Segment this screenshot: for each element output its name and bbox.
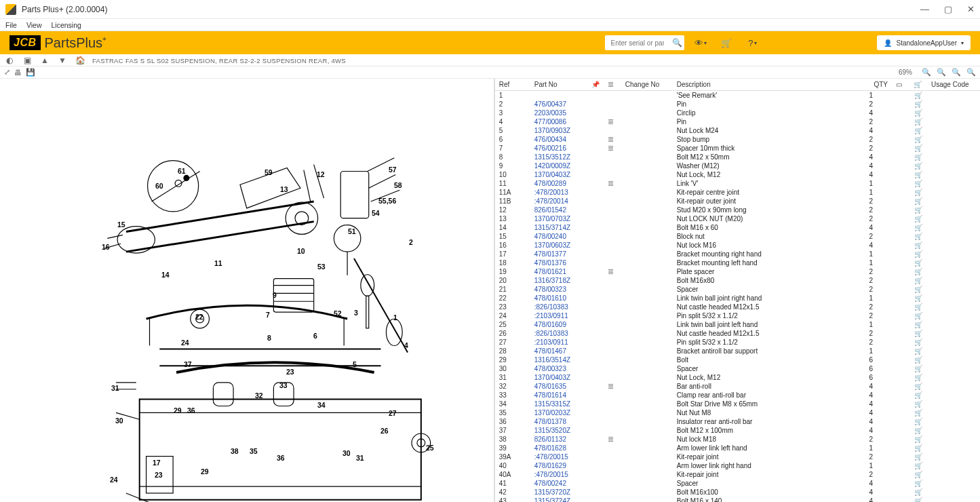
- table-row[interactable]: 30478/00323Spacer6🛒: [495, 364, 980, 373]
- callout-33[interactable]: 33: [279, 381, 288, 389]
- cell-part[interactable]: 478/01378: [530, 417, 604, 426]
- callout-52[interactable]: 52: [334, 309, 342, 317]
- table-row[interactable]: 15478/00240Block nut2🛒: [495, 232, 980, 241]
- callout-34[interactable]: 34: [317, 401, 326, 409]
- callout-5[interactable]: 5: [353, 360, 357, 368]
- add-to-cart-icon[interactable]: 🛒: [909, 347, 927, 355]
- add-to-cart-icon[interactable]: 🛒: [909, 382, 927, 391]
- table-row[interactable]: 23:826/10383Nut castle headed M12x1.52🛒: [495, 303, 980, 311]
- callout-15[interactable]: 15: [117, 220, 125, 229]
- table-row[interactable]: 101370/0403ZNut Lock, M124🛒: [495, 170, 980, 179]
- zoom-fit-icon[interactable]: 🔍: [952, 68, 961, 77]
- add-to-cart-icon[interactable]: 🛒: [909, 400, 927, 408]
- col-cart[interactable]: 🛒: [909, 79, 927, 91]
- callout-6[interactable]: 6: [313, 332, 317, 340]
- callout-10[interactable]: 10: [297, 247, 305, 255]
- add-to-cart-icon[interactable]: 🛒: [909, 444, 927, 452]
- add-to-cart-icon[interactable]: 🛒: [909, 223, 927, 232]
- binoculars-button[interactable]: 👁▾: [691, 35, 710, 50]
- zoom-in-icon[interactable]: 🔍: [922, 68, 931, 77]
- callout-24[interactable]: 24: [110, 476, 118, 484]
- add-to-cart-icon[interactable]: 🛒: [909, 267, 927, 276]
- add-to-cart-icon[interactable]: 🛒: [909, 100, 927, 109]
- cell-part[interactable]: 478/00242: [530, 479, 604, 488]
- cell-part[interactable]: 478/01377: [530, 250, 604, 258]
- callout-13[interactable]: 13: [280, 185, 288, 193]
- cell-part[interactable]: 1370/0703Z: [530, 214, 604, 223]
- down-icon[interactable]: ▼: [57, 55, 68, 66]
- callout-36[interactable]: 36: [277, 454, 285, 462]
- cell-part[interactable]: 1315/3520Z: [530, 426, 604, 435]
- table-row[interactable]: 39A:478/20015Kit-repair joint2🛒: [495, 452, 980, 461]
- callout-22[interactable]: 22: [195, 313, 203, 321]
- callout-53[interactable]: 53: [317, 263, 326, 271]
- add-to-cart-icon[interactable]: 🛒: [909, 408, 927, 417]
- add-to-cart-icon[interactable]: 🛒: [909, 206, 927, 214]
- table-row[interactable]: 24:2103/0911Pin split 5/32 x 1.1/22🛒: [495, 311, 980, 320]
- add-to-cart-icon[interactable]: 🛒: [909, 170, 927, 179]
- col-part[interactable]: Part No📌: [530, 79, 604, 91]
- brand-logo[interactable]: JCB PartsPlus+: [9, 35, 106, 51]
- callout-32[interactable]: 32: [255, 391, 263, 400]
- minimize-button[interactable]: —: [920, 4, 929, 14]
- callout-16[interactable]: 16: [102, 243, 110, 251]
- add-to-cart-icon[interactable]: 🛒: [909, 329, 927, 338]
- callout-54[interactable]: 54: [372, 209, 380, 217]
- zoom-reset-icon[interactable]: 🔍: [966, 68, 976, 77]
- callout-27[interactable]: 27: [389, 409, 397, 417]
- add-to-cart-icon[interactable]: 🛒: [909, 91, 927, 100]
- col-note[interactable]: ≣: [604, 79, 621, 91]
- cell-part[interactable]: 478/01376: [530, 258, 604, 267]
- cell-part[interactable]: :478/20015: [530, 452, 604, 461]
- cell-part[interactable]: 478/01467: [530, 347, 604, 355]
- table-row[interactable]: 40A:478/20015Kit-repair joint2🛒: [495, 470, 980, 479]
- table-row[interactable]: 25478/01609Link twin ball joint left han…: [495, 320, 980, 329]
- table-row[interactable]: 21478/00323Spacer2🛒: [495, 285, 980, 294]
- breadcrumb[interactable]: S02 SUSPENSION, REAR: [157, 57, 238, 64]
- cell-part[interactable]: :826/10383: [530, 329, 604, 338]
- callout-30[interactable]: 30: [115, 417, 123, 425]
- table-row[interactable]: 51370/0903ZNut Lock M244🛒: [495, 126, 980, 135]
- callout-3[interactable]: 3: [354, 309, 358, 317]
- table-row[interactable]: 38826/01132≣Nut lock M182🛒: [495, 435, 980, 444]
- col-flag[interactable]: ▭: [892, 79, 909, 91]
- add-to-cart-icon[interactable]: 🛒: [909, 161, 927, 170]
- table-row[interactable]: 41478/00242Spacer4🛒: [495, 479, 980, 488]
- callout-8[interactable]: 8: [267, 334, 271, 342]
- cell-part[interactable]: [530, 91, 604, 100]
- cell-part[interactable]: 476/00437: [530, 100, 604, 109]
- add-to-cart-icon[interactable]: 🛒: [909, 355, 927, 364]
- help-icon[interactable]: ◐: [4, 55, 15, 66]
- callout-26[interactable]: 26: [380, 427, 389, 435]
- callout-9[interactable]: 9: [273, 291, 277, 299]
- cell-part[interactable]: 826/01132: [530, 435, 604, 444]
- callout-51[interactable]: 51: [348, 227, 356, 235]
- menu-file[interactable]: File: [5, 21, 17, 29]
- cell-part[interactable]: 478/00323: [530, 285, 604, 294]
- table-row[interactable]: 22478/01610Link twin ball joint right ha…: [495, 294, 980, 303]
- cell-part[interactable]: 1420/0009Z: [530, 161, 604, 170]
- cell-part[interactable]: :826/10383: [530, 303, 604, 311]
- cell-part[interactable]: 1315/3315Z: [530, 400, 604, 408]
- add-to-cart-icon[interactable]: 🛒: [909, 470, 927, 479]
- table-row[interactable]: 11478/00289≣Link 'V'1🛒: [495, 179, 980, 188]
- cell-part[interactable]: :2103/0911: [530, 338, 604, 347]
- add-to-cart-icon[interactable]: 🛒: [909, 241, 927, 250]
- callout-31[interactable]: 31: [356, 454, 364, 462]
- table-row[interactable]: 131370/0703ZNut LOCK NUT (M20)2🛒: [495, 214, 980, 223]
- table-row[interactable]: 81315/3512ZBolt M12 x 50mm4🛒: [495, 153, 980, 161]
- table-row[interactable]: 371315/3520ZBolt M12 x 100mm4🛒: [495, 426, 980, 435]
- callout-11[interactable]: 11: [214, 259, 222, 267]
- add-to-cart-icon[interactable]: 🛒: [909, 435, 927, 444]
- callout-30[interactable]: 30: [342, 449, 351, 457]
- menu-view[interactable]: View: [26, 21, 42, 29]
- cell-part[interactable]: 1370/0203Z: [530, 408, 604, 417]
- cell-part[interactable]: 478/00289: [530, 179, 604, 188]
- cell-part[interactable]: 477/00086: [530, 117, 604, 126]
- callout-29[interactable]: 29: [201, 467, 209, 476]
- callout-60[interactable]: 60: [155, 182, 163, 190]
- breadcrumb[interactable]: FAS: [125, 57, 138, 64]
- add-to-cart-icon[interactable]: 🛒: [909, 126, 927, 135]
- table-row[interactable]: 19478/01621≣Plate spacer2🛒: [495, 267, 980, 276]
- cell-part[interactable]: 478/01621: [530, 267, 604, 276]
